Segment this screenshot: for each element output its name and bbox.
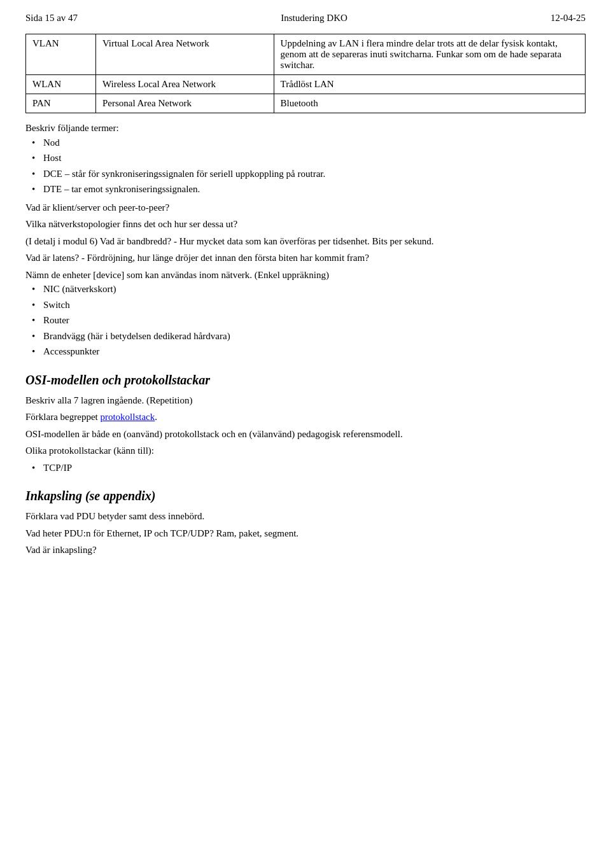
describe-intro: Beskriv följande termer: bbox=[25, 123, 119, 133]
list-item: Switch bbox=[25, 298, 586, 312]
acronym-table: VLANVirtual Local Area NetworkUppdelning… bbox=[25, 34, 586, 113]
list-item: Nod bbox=[25, 136, 586, 150]
table-row: PANPersonal Area NetworkBluetooth bbox=[26, 94, 586, 113]
page-left: Sida 15 av 47 bbox=[25, 13, 78, 24]
list-item: Router bbox=[25, 313, 586, 328]
osi-heading: OSI-modellen och protokollstackar bbox=[25, 370, 586, 389]
page-right: 12-04-25 bbox=[551, 13, 586, 24]
namn-intro: Nämn de enheter [device] som kan använda… bbox=[25, 270, 329, 280]
page-center: Instudering DKO bbox=[281, 13, 348, 24]
inkapsling-heading: Inkapsling (se appendix) bbox=[25, 486, 586, 505]
desc-cell: Uppdelning av LAN i flera mindre delar t… bbox=[274, 34, 585, 75]
list-item: TCP/IP bbox=[25, 461, 586, 475]
question-item: Vilka nätverkstopologier finns det och h… bbox=[25, 217, 586, 232]
osi-line: Förklara begreppet protokollstack. bbox=[25, 410, 586, 424]
osi-line: OSI-modellen är både en (oanvänd) protok… bbox=[25, 427, 586, 442]
list-item: DTE – tar emot synkroniseringssignalen. bbox=[25, 182, 586, 197]
list-item: Host bbox=[25, 151, 586, 165]
full-name-cell: Wireless Local Area Network bbox=[95, 75, 274, 94]
question-item: (I detalj i modul 6) Vad är bandbredd? -… bbox=[25, 234, 586, 249]
inkapsling-line: Vad är inkapsling? bbox=[25, 543, 586, 557]
osi-line: Olika protokollstackar (känn till): bbox=[25, 444, 586, 458]
abbr-cell: WLAN bbox=[26, 75, 96, 94]
question-item: Vad är klient/server och peer-to-peer? bbox=[25, 200, 586, 215]
page-container: Sida 15 av 47 Instudering DKO 12-04-25 V… bbox=[0, 0, 611, 573]
inkapsling-lines: Förklara vad PDU betyder samt dess inneb… bbox=[25, 509, 586, 557]
table-row: WLANWireless Local Area NetworkTrådlöst … bbox=[26, 75, 586, 94]
protokollstack-link[interactable]: protokollstack bbox=[100, 412, 155, 422]
questions-block: Vad är klient/server och peer-to-peer?Vi… bbox=[25, 200, 586, 265]
inkapsling-line: Förklara vad PDU betyder samt dess inneb… bbox=[25, 509, 586, 524]
desc-cell: Bluetooth bbox=[274, 94, 585, 113]
list-item: Brandvägg (här i betydelsen dedikerad hå… bbox=[25, 329, 586, 344]
full-name-cell: Virtual Local Area Network bbox=[95, 34, 274, 75]
table-row: VLANVirtual Local Area NetworkUppdelning… bbox=[26, 34, 586, 75]
question-item: Vad är latens? - Fördröjning, hur länge … bbox=[25, 251, 586, 265]
osi-section: OSI-modellen och protokollstackar Beskri… bbox=[25, 370, 586, 475]
abbr-cell: PAN bbox=[26, 94, 96, 113]
osi-lines: Beskriv alla 7 lagren ingående. (Repetit… bbox=[25, 393, 586, 458]
osi-line: Beskriv alla 7 lagren ingående. (Repetit… bbox=[25, 393, 586, 408]
abbr-cell: VLAN bbox=[26, 34, 96, 75]
full-name-cell: Personal Area Network bbox=[95, 94, 274, 113]
describe-block: Beskriv följande termer: NodHostDCE – st… bbox=[25, 121, 586, 197]
namn-list: NIC (nätverkskort)SwitchRouterBrandvägg … bbox=[25, 282, 586, 359]
inkapsling-section: Inkapsling (se appendix) Förklara vad PD… bbox=[25, 486, 586, 557]
list-item: NIC (nätverkskort) bbox=[25, 282, 586, 297]
page-header: Sida 15 av 47 Instudering DKO 12-04-25 bbox=[25, 13, 586, 24]
content-area: Beskriv följande termer: NodHostDCE – st… bbox=[25, 121, 586, 557]
inkapsling-line: Vad heter PDU:n för Ethernet, IP och TCP… bbox=[25, 526, 586, 541]
describe-list: NodHostDCE – står för synkroniseringssig… bbox=[25, 136, 586, 197]
protocol-list: TCP/IP bbox=[25, 461, 586, 475]
desc-cell: Trådlöst LAN bbox=[274, 75, 585, 94]
list-item: Accesspunkter bbox=[25, 344, 586, 359]
namn-block: Nämn de enheter [device] som kan använda… bbox=[25, 268, 586, 359]
list-item: DCE – står för synkroniseringssignalen f… bbox=[25, 167, 586, 181]
